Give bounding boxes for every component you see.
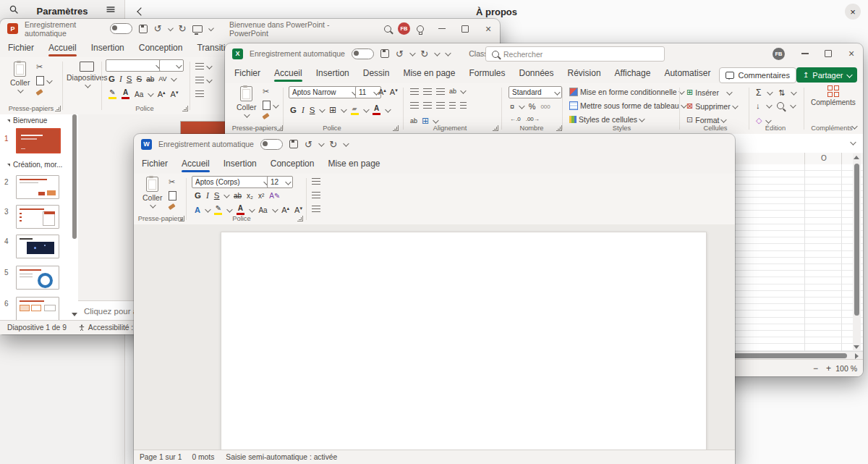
- number-dialog-launcher[interactable]: [556, 125, 562, 131]
- excel-tab-fichier[interactable]: Fichier: [232, 64, 263, 83]
- decimal-row[interactable]: ←.0.00→: [510, 116, 540, 122]
- settings-search-icon[interactable]: [9, 4, 19, 17]
- ppt-tab-accueil[interactable]: Accueil: [46, 38, 79, 57]
- word-tab-accueil[interactable]: Accueil: [179, 154, 212, 173]
- cut-icon[interactable]: ✂: [169, 178, 175, 186]
- slide-thumbnail-4[interactable]: [16, 235, 59, 258]
- quick-access-chevron[interactable]: [209, 25, 214, 30]
- save-icon[interactable]: [139, 25, 148, 33]
- word-autocomplete-status[interactable]: Saisie semi-automatique : activée: [226, 453, 337, 461]
- undo-menu-chevron[interactable]: [409, 50, 415, 56]
- cell-styles-button[interactable]: Styles de cellules: [569, 115, 644, 124]
- ppt-tab-fichier[interactable]: Fichier: [6, 38, 36, 57]
- redo-icon[interactable]: ↻: [178, 24, 186, 33]
- font-dialog-launcher[interactable]: [393, 125, 399, 131]
- excel-tab-mise-en-page[interactable]: Mise en page: [401, 64, 457, 83]
- excel-font-name-select[interactable]: Aptos Narrow: [289, 86, 359, 98]
- excel-search-box[interactable]: Rechercher: [485, 46, 665, 62]
- bullets-icon[interactable]: [195, 63, 211, 69]
- conditional-formatting-button[interactable]: Mise en forme conditionnelle: [569, 88, 683, 96]
- slideshow-icon[interactable]: [192, 25, 203, 33]
- ppt-autosave-toggle[interactable]: [110, 23, 132, 34]
- zoom-in-icon[interactable]: +: [826, 363, 831, 374]
- ppt-panel-scroll-down-icon[interactable]: [72, 313, 77, 316]
- excel-font-size-select[interactable]: 11: [355, 86, 381, 98]
- number-format-select[interactable]: Standard: [509, 86, 562, 98]
- excel-tab-formules[interactable]: Formules: [467, 64, 507, 83]
- excel-autosave-toggle[interactable]: [352, 48, 374, 59]
- maximize-button[interactable]: [454, 19, 477, 38]
- excel-font-style-row[interactable]: GIS ⊞ ▰ A: [290, 105, 390, 115]
- word-font-style-row[interactable]: GIS ab x₂ x² A✎: [195, 191, 280, 200]
- format-cells-button[interactable]: ⊡ Format: [686, 115, 726, 125]
- slide-thumbnail-6[interactable]: [16, 297, 59, 321]
- column-header-o[interactable]: O: [807, 154, 841, 162]
- shading-icon[interactable]: [312, 206, 320, 212]
- close-button[interactable]: ×: [477, 19, 500, 38]
- word-font-size-select[interactable]: 12: [267, 176, 293, 188]
- copy-icon[interactable]: [169, 191, 176, 201]
- ppt-font-color-row[interactable]: ✎ A Aa A▴ A▾: [109, 89, 178, 99]
- formula-bar-expand-chevron[interactable]: [850, 139, 856, 145]
- edit-row-1[interactable]: Σ ⇅: [756, 88, 796, 98]
- clipboard-dialog-launcher[interactable]: [179, 216, 184, 222]
- format-painter-icon[interactable]: [263, 114, 269, 118]
- format-painter-icon[interactable]: [36, 90, 43, 94]
- word-tab-mise-en-page[interactable]: Mise en page: [326, 154, 382, 173]
- ppt-paste-button[interactable]: Coller: [10, 62, 30, 93]
- excel-halign-row[interactable]: [410, 102, 467, 109]
- cut-icon[interactable]: ✂: [36, 63, 43, 71]
- excel-avatar[interactable]: FB: [773, 48, 785, 60]
- ppt-font-name-select[interactable]: [106, 59, 163, 72]
- word-page[interactable]: [221, 232, 707, 450]
- scroll-up-icon[interactable]: [854, 156, 859, 159]
- insert-cells-button[interactable]: ⊞ Insérer: [686, 88, 731, 97]
- word-tab-fichier[interactable]: Fichier: [140, 154, 170, 173]
- ppt-panel-scrollbar[interactable]: [72, 114, 77, 239]
- cut-icon[interactable]: ✂: [263, 88, 269, 96]
- undo-icon[interactable]: ↺: [396, 49, 404, 59]
- format-as-table-button[interactable]: Mettre sous forme de tableau: [569, 101, 685, 110]
- clipboard-dialog-launcher[interactable]: [277, 125, 283, 131]
- minimize-button[interactable]: [793, 43, 817, 64]
- redo-icon[interactable]: ↻: [420, 49, 428, 59]
- zoom-out-icon[interactable]: −: [813, 363, 818, 374]
- font-dialog-launcher[interactable]: [297, 216, 303, 222]
- excel-vertical-scrollbar[interactable]: [853, 153, 861, 351]
- excel-tab-accueil[interactable]: Accueil: [272, 64, 305, 83]
- ppt-font-size-select[interactable]: [159, 59, 184, 72]
- bullets-icon[interactable]: [312, 178, 320, 185]
- delete-cells-button[interactable]: ⊠ Supprimer: [686, 101, 736, 111]
- undo-icon[interactable]: ↺: [154, 24, 162, 33]
- word-tab-insertion[interactable]: Insertion: [221, 154, 259, 173]
- hamburger-menu-icon[interactable]: [106, 4, 116, 17]
- copy-icon[interactable]: [36, 76, 51, 85]
- clipboard-dialog-launcher[interactable]: [55, 106, 61, 111]
- word-tab-conception[interactable]: Conception: [268, 154, 317, 173]
- ideas-icon[interactable]: [417, 25, 424, 33]
- excel-tab-dessin[interactable]: Dessin: [361, 64, 392, 83]
- edit-row-2[interactable]: ↓: [756, 101, 795, 110]
- redo-icon[interactable]: ↻: [329, 140, 337, 149]
- ppt-search-icon[interactable]: [384, 25, 391, 33]
- ppt-tab-conception[interactable]: Conception: [137, 38, 185, 57]
- save-icon[interactable]: [289, 140, 298, 148]
- undo-icon[interactable]: ↺: [305, 140, 312, 149]
- align-icon[interactable]: [195, 77, 211, 83]
- ppt-section-2[interactable]: Création, mor...: [7, 161, 62, 169]
- undo-menu-chevron[interactable]: [168, 25, 173, 30]
- slide-thumbnail-1[interactable]: [16, 128, 61, 153]
- zoom-level[interactable]: 100 %: [835, 364, 857, 373]
- scroll-down-icon[interactable]: [854, 345, 859, 349]
- align-icon[interactable]: [312, 192, 320, 198]
- excel-grow-shrink-font[interactable]: A▴ A▾: [378, 88, 398, 96]
- undo-menu-chevron[interactable]: [318, 140, 324, 146]
- ppt-section-1[interactable]: Bienvenue: [7, 117, 47, 125]
- share-button[interactable]: ↥Partager: [796, 67, 857, 83]
- excel-tab-revision[interactable]: Révision: [566, 64, 603, 83]
- excel-tab-donnees[interactable]: Données: [516, 64, 556, 83]
- font-dialog-launcher[interactable]: [182, 106, 188, 111]
- word-font-color-row[interactable]: A ✎ A Aa A▴ A▾: [195, 205, 302, 215]
- ppt-avatar[interactable]: FB: [398, 22, 410, 35]
- ppt-slide-counter[interactable]: Diapositive 1 de 9: [7, 324, 67, 332]
